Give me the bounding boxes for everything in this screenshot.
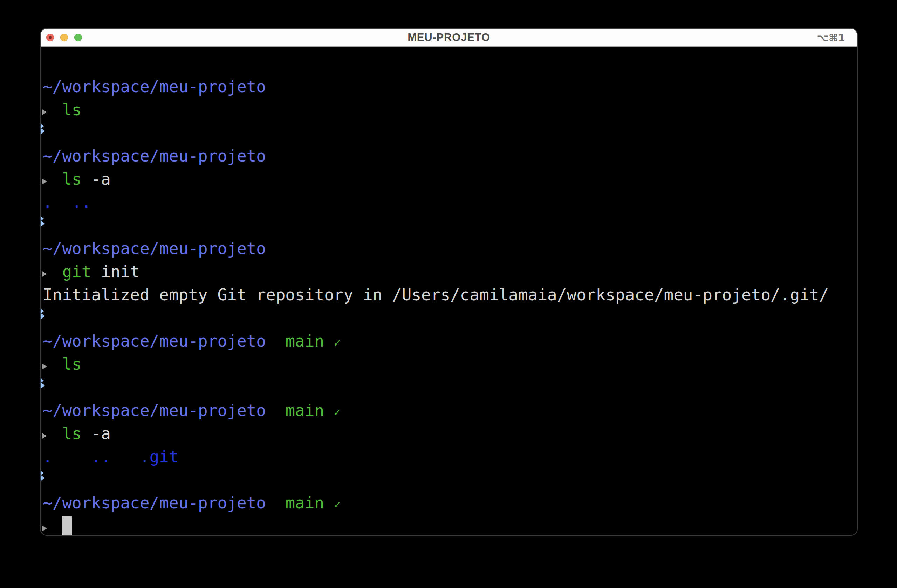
terminal-line-path: ~/workspace/meu-projeto — [43, 237, 855, 260]
spacer — [266, 331, 285, 351]
terminal-line-blank — [43, 52, 855, 75]
window-title: MEU-PROJETO — [407, 31, 490, 44]
shell-mark-icon — [41, 127, 45, 136]
close-button[interactable] — [46, 34, 54, 41]
titlebar[interactable]: MEU-PROJETO ⌥⌘1 — [41, 29, 857, 47]
terminal-line-prompt — [43, 514, 855, 535]
git-branch: main — [285, 331, 324, 351]
command-text: ls — [62, 355, 81, 374]
spacer — [266, 493, 285, 512]
output-text: Initialized empty Git repository in /Use… — [43, 285, 829, 304]
prompt-arrow-icon — [43, 422, 62, 445]
git-branch: main — [285, 401, 324, 420]
git-clean-check-icon: ✓ — [334, 406, 341, 419]
terminal-line-prompt: ls -a — [43, 422, 855, 445]
prompt-path: ~/workspace/meu-projeto — [43, 239, 266, 258]
prompt-path: ~/workspace/meu-projeto — [43, 493, 266, 512]
terminal-line-mark — [41, 306, 44, 316]
output-text: . .. — [43, 193, 91, 212]
terminal-line-path: ~/workspace/meu-projeto main ✓ — [43, 329, 855, 352]
shell-mark-icon — [41, 381, 45, 390]
prompt-arrow-triangle — [42, 363, 47, 370]
prompt-arrow-triangle — [42, 109, 47, 115]
command-text: ls — [62, 170, 81, 188]
terminal-line-path: ~/workspace/meu-projeto main ✓ — [43, 491, 855, 514]
shell-mark-icon — [41, 473, 45, 482]
spacer — [324, 493, 334, 512]
prompt-arrow-triangle — [42, 178, 47, 185]
shell-mark-icon — [41, 219, 45, 228]
spacer — [266, 401, 285, 420]
git-clean-check-icon: ✓ — [334, 336, 341, 349]
terminal-cursor — [62, 516, 72, 536]
prompt-arrow-icon — [43, 352, 62, 376]
terminal-screen[interactable]: ~/workspace/meu-projetols~/workspace/meu… — [41, 47, 857, 535]
prompt-arrow-icon — [43, 98, 62, 121]
command-text: init — [91, 262, 139, 281]
terminal-line-mark — [41, 122, 44, 131]
prompt-arrow-triangle — [42, 433, 47, 439]
prompt-arrow-icon — [43, 167, 62, 191]
spacer — [324, 331, 334, 351]
terminal-window: MEU-PROJETO ⌥⌘1 ~/workspace/meu-projetol… — [40, 28, 858, 536]
terminal-line-prompt: ls — [43, 98, 855, 121]
output-text: . .. .git — [43, 447, 179, 466]
git-clean-check-icon: ✓ — [334, 498, 341, 511]
prompt-arrow-icon — [43, 514, 62, 535]
terminal-line-path: ~/workspace/meu-projeto — [43, 144, 855, 167]
terminal-line-prompt: ls — [43, 352, 855, 376]
spacer — [324, 401, 334, 420]
command-text: ls — [62, 424, 81, 443]
terminal-line-output: Initialized empty Git repository in /Use… — [43, 283, 855, 306]
zoom-button[interactable] — [74, 34, 82, 41]
desktop-background: { "window": { "title": "MEU-PROJETO", "s… — [0, 0, 897, 588]
terminal-line-path: ~/workspace/meu-projeto — [43, 75, 855, 98]
command-text: git — [62, 262, 91, 281]
window-shortcut-badge: ⌥⌘1 — [817, 29, 845, 47]
terminal-line-path: ~/workspace/meu-projeto main ✓ — [43, 399, 855, 422]
prompt-path: ~/workspace/meu-projeto — [43, 147, 266, 165]
command-text: ls — [62, 100, 81, 119]
terminal-line-mark — [41, 214, 44, 223]
shell-mark-icon — [41, 311, 45, 321]
traffic-lights — [46, 29, 82, 46]
terminal-line-output: . .. — [43, 191, 855, 214]
command-text: -a — [82, 170, 111, 188]
prompt-path: ~/workspace/meu-projeto — [43, 77, 266, 96]
terminal-line-mark — [41, 469, 44, 478]
prompt-path: ~/workspace/meu-projeto — [43, 331, 266, 351]
terminal-line-prompt: ls -a — [43, 167, 855, 191]
prompt-arrow-icon — [43, 260, 62, 283]
prompt-path: ~/workspace/meu-projeto — [43, 401, 266, 420]
terminal-line-prompt: git init — [43, 260, 855, 283]
prompt-arrow-triangle — [42, 271, 47, 277]
terminal-line-mark — [41, 376, 44, 385]
minimize-button[interactable] — [60, 34, 68, 41]
terminal-line-output: . .. .git — [43, 445, 855, 468]
prompt-arrow-triangle — [42, 525, 47, 531]
git-branch: main — [285, 493, 324, 512]
command-text: -a — [82, 424, 111, 443]
